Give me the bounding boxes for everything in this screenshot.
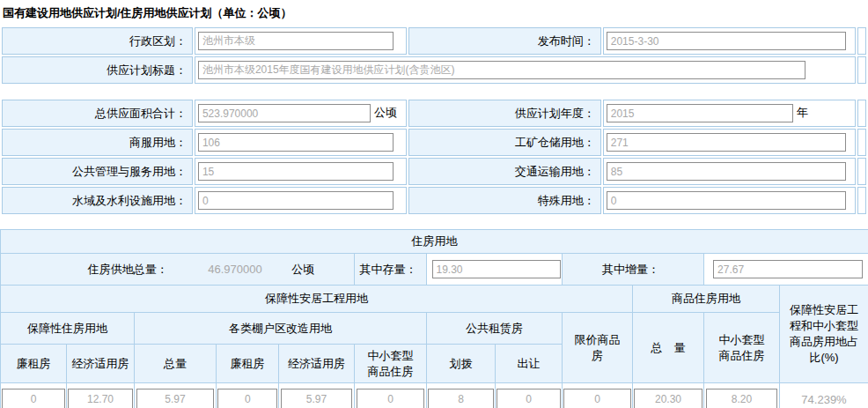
value-cell <box>563 383 633 408</box>
ratio-value: 74.239% <box>780 383 868 408</box>
header-shantytown-total: 总量 <box>135 345 217 383</box>
spacer-cell <box>857 100 866 127</box>
header-affordable-residential: 保障性住房用地 <box>1 313 135 345</box>
row-water-special: 水域及水利设施用地： 特殊用地： <box>2 187 866 214</box>
header-affordable-housing-project: 保障性安居工程用地 <box>1 286 633 313</box>
value-cell <box>355 383 427 408</box>
header-row-2: 保障性住房用地 各类棚户区改造用地 公共租赁房 限价商品房 总 量 中小套型商品… <box>1 313 868 345</box>
header-commodity-housing: 商品住房用地 <box>633 286 780 313</box>
publish-date-input[interactable] <box>607 32 846 50</box>
increment-cell <box>704 254 868 286</box>
housing-land-table: 住房用地 住房供地总量： 46.970000 公顷 其中存量： 其中增量： 保障… <box>0 229 868 408</box>
commercial-cell <box>195 129 407 156</box>
header-allocation: 划拨 <box>427 345 496 383</box>
special-input[interactable] <box>607 191 846 210</box>
header-small-mid-commodity: 中小套型商品住房 <box>355 345 427 383</box>
value-cell <box>633 383 704 408</box>
row-region-date: 行政区划： 发布时间： <box>2 27 866 55</box>
plan-form-top: 行政区划： 发布时间： 供应计划标题： <box>0 26 868 85</box>
value-cell <box>67 383 135 408</box>
special-label: 特殊用地： <box>408 187 601 214</box>
stock-cell <box>427 254 563 286</box>
row-public-transport: 公共管理与服务用地： 交通运输用地： <box>2 158 866 185</box>
header-ratio: 保障性安居工程和中小套型商品房用地占比(%) <box>780 286 868 383</box>
value-input-economic-1[interactable] <box>68 389 133 408</box>
housing-section-title: 住房用地 <box>1 230 868 254</box>
spacer-cell <box>857 187 866 214</box>
plan-year-unit: 年 <box>797 106 808 119</box>
row-plan-title: 供应计划标题： <box>2 56 866 84</box>
value-input-allocation[interactable] <box>428 389 494 408</box>
value-cell <box>1 383 67 408</box>
page-title: 国有建设用地供应计划/住房用地供应计划（单位：公顷） <box>0 0 868 26</box>
housing-total-cell: 住房供地总量： 46.970000 公顷 <box>1 254 355 286</box>
plan-year-input[interactable] <box>607 104 793 122</box>
value-input-low-rent-2[interactable] <box>217 389 277 408</box>
publish-date-cell <box>603 27 856 55</box>
value-cell <box>279 383 355 408</box>
plan-year-label: 供应计划年度： <box>408 100 601 127</box>
public-service-label: 公共管理与服务用地： <box>2 158 193 185</box>
special-cell <box>603 187 856 214</box>
plan-form-areas: 总供应面积合计： 公顷 供应计划年度： 年 商服用地： 工矿仓储用地： 公共管理… <box>0 98 868 216</box>
value-cell <box>135 383 217 408</box>
header-shantytown-renovation: 各类棚户区改造用地 <box>135 313 427 345</box>
plan-title-input[interactable] <box>198 61 805 79</box>
header-economic-1: 经济适用房 <box>67 345 135 383</box>
value-cell <box>496 383 563 408</box>
header-price-capped: 限价商品房 <box>563 313 633 383</box>
housing-total-label: 住房供地总量： <box>88 263 168 276</box>
total-area-input[interactable] <box>198 104 371 122</box>
housing-total-value: 46.970000 <box>208 263 261 276</box>
mining-storage-label: 工矿仓储用地： <box>408 129 601 156</box>
publish-date-label: 发布时间： <box>408 27 601 55</box>
spacer-cell <box>857 129 866 156</box>
public-service-cell <box>195 158 407 185</box>
plan-year-cell: 年 <box>603 100 856 127</box>
value-input-price-capped[interactable] <box>563 389 630 408</box>
public-service-input[interactable] <box>198 162 394 181</box>
row-total-year: 总供应面积合计： 公顷 供应计划年度： 年 <box>2 100 866 127</box>
increment-label: 其中增量： <box>563 254 704 286</box>
value-cell <box>704 383 780 408</box>
stock-label: 其中存量： <box>355 254 427 286</box>
header-public-rental: 公共租赁房 <box>427 313 563 345</box>
page: 国有建设用地供应计划/住房用地供应计划（单位：公顷） 行政区划： 发布时间： 供… <box>0 0 868 408</box>
increment-input[interactable] <box>713 260 863 278</box>
region-cell <box>195 27 407 55</box>
transport-input[interactable] <box>607 162 846 181</box>
header-commodity-total: 总 量 <box>633 313 704 383</box>
region-input[interactable] <box>198 32 394 50</box>
plan-title-cell <box>195 56 856 84</box>
water-facility-input[interactable] <box>198 191 394 210</box>
header-transfer: 出让 <box>496 345 563 383</box>
value-input-shantytown-total[interactable] <box>136 389 213 408</box>
header-low-rent-2: 廉租房 <box>217 345 279 383</box>
value-cell <box>427 383 496 408</box>
value-input-commodity-total[interactable] <box>634 389 702 408</box>
housing-section-row: 住房用地 <box>1 230 868 254</box>
mining-storage-input[interactable] <box>607 133 846 152</box>
value-input-small-mid[interactable] <box>357 389 425 408</box>
spacer-cell <box>857 158 866 185</box>
value-input-economic-2[interactable] <box>281 389 352 408</box>
value-input-transfer[interactable] <box>497 389 561 408</box>
total-area-label: 总供应面积合计： <box>2 100 193 127</box>
spacer-cell <box>857 27 866 55</box>
stock-input[interactable] <box>432 260 561 278</box>
header-low-rent-1: 廉租房 <box>1 345 67 383</box>
header-commodity-small-mid: 中小套型商品住房 <box>704 313 780 383</box>
value-input-commodity-small-mid[interactable] <box>706 389 777 408</box>
header-economic-2: 经济适用房 <box>279 345 355 383</box>
commercial-input[interactable] <box>198 133 394 152</box>
region-label: 行政区划： <box>2 27 193 55</box>
water-facility-cell <box>195 187 407 214</box>
value-input-low-rent-1[interactable] <box>2 389 65 408</box>
total-area-unit: 公顷 <box>374 106 397 119</box>
total-area-cell: 公顷 <box>195 100 407 127</box>
housing-total-unit: 公顷 <box>291 263 314 276</box>
value-cell <box>217 383 279 408</box>
mining-storage-cell <box>603 129 856 156</box>
transport-label: 交通运输用地： <box>408 158 601 185</box>
row-commercial-mining: 商服用地： 工矿仓储用地： <box>2 129 866 156</box>
